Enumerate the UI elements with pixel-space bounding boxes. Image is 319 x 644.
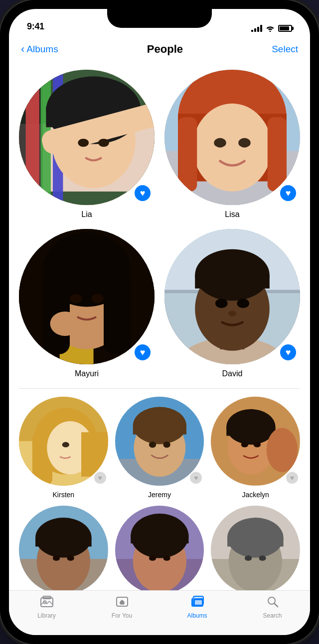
tab-search-label: Search	[263, 612, 282, 619]
avatar-wrapper-lisa: ♥	[164, 70, 300, 205]
heart-icon-kirsten: ♥	[98, 474, 102, 482]
svg-point-31	[92, 294, 104, 304]
svg-point-80	[149, 555, 156, 561]
heart-icon-jeremy: ♥	[194, 474, 198, 482]
status-time: 9:41	[27, 21, 44, 32]
heart-badge-mayuri[interactable]: ♥	[134, 343, 152, 361]
avatar-kirsten	[19, 397, 108, 486]
tab-for-you-label: For You	[112, 612, 132, 619]
phone-screen: 9:41 ‹	[9, 9, 310, 635]
avatar-wrapper-jackelyn: ♥	[211, 397, 300, 486]
svg-line-99	[274, 604, 278, 607]
battery-icon	[278, 25, 292, 32]
avatar-wrapper-bottom1	[19, 506, 108, 590]
heart-badge-jeremy[interactable]: ♥	[189, 471, 203, 485]
person-card-lisa[interactable]: ♥ Lisa	[164, 70, 300, 219]
avatar-wrapper-david: ♥	[164, 229, 300, 364]
signal-icon	[251, 25, 262, 32]
svg-point-69	[53, 555, 60, 561]
person-name-david: David	[222, 369, 243, 378]
avatar-mayuri	[19, 229, 155, 364]
svg-point-0	[270, 31, 271, 32]
svg-point-42	[228, 311, 236, 317]
heart-icon-mayuri: ♥	[140, 347, 146, 358]
tab-search[interactable]: Search	[253, 596, 293, 619]
person-card-bottom3[interactable]	[211, 506, 300, 590]
avatar-wrapper-jeremy: ♥	[115, 397, 204, 486]
heart-badge-lisa[interactable]: ♥	[279, 184, 297, 202]
person-card-bottom2[interactable]	[115, 506, 204, 590]
person-name-lisa: Lisa	[225, 210, 239, 219]
svg-point-12	[98, 139, 109, 147]
avatar-lisa	[164, 70, 300, 205]
page-title: People	[147, 43, 183, 56]
svg-point-61	[267, 428, 298, 472]
person-card-jeremy[interactable]: ♥ Jeremy	[115, 397, 204, 499]
svg-point-62	[241, 442, 248, 447]
person-name-jeremy: Jeremy	[148, 491, 171, 499]
svg-rect-28	[104, 266, 131, 354]
svg-point-70	[67, 555, 74, 561]
search-icon	[267, 596, 279, 610]
avatar-wrapper-lia: ♥	[19, 70, 155, 205]
svg-rect-86	[227, 537, 284, 546]
person-card-david[interactable]: ♥ David	[164, 229, 300, 378]
heart-icon-lia: ♥	[140, 188, 146, 199]
svg-point-41	[237, 299, 249, 308]
heart-icon-david: ♥	[286, 347, 291, 358]
person-name-mayuri: Mayuri	[75, 369, 99, 378]
svg-point-59	[227, 409, 276, 444]
person-card-mayuri[interactable]: ♥ Mayuri	[19, 229, 155, 378]
svg-rect-68	[35, 537, 92, 546]
avatar-wrapper-kirsten: ♥	[19, 397, 108, 486]
person-card-jackelyn[interactable]: ♥ Jackelyn	[211, 397, 300, 499]
svg-point-30	[70, 294, 82, 304]
library-icon	[40, 596, 53, 610]
heart-badge-kirsten[interactable]: ♥	[93, 471, 107, 485]
person-card-lia[interactable]: ♥ Lia	[19, 70, 155, 219]
select-button[interactable]: Select	[272, 44, 298, 55]
phone-frame: 9:41 ‹	[0, 0, 319, 644]
avatar-wrapper-mayuri: ♥	[19, 229, 155, 364]
avatar-wrapper-bottom3	[211, 506, 300, 590]
tab-albums-label: Albums	[187, 612, 207, 619]
person-name-jackelyn: Jackelyn	[242, 491, 269, 499]
tab-albums[interactable]: Albums	[177, 596, 217, 619]
heart-badge-jackelyn[interactable]: ♥	[285, 471, 299, 485]
svg-point-56	[163, 441, 170, 448]
person-name-kirsten: Kirsten	[53, 491, 75, 499]
svg-point-17	[193, 104, 272, 192]
svg-rect-39	[195, 275, 270, 288]
back-label: Albums	[26, 44, 58, 55]
person-name-lia: Lia	[81, 210, 92, 219]
tab-for-you[interactable]: For You	[102, 596, 142, 619]
avatar-wrapper-bottom2	[115, 506, 204, 590]
heart-badge-david[interactable]: ♥	[279, 343, 297, 361]
back-button[interactable]: ‹ Albums	[21, 44, 58, 55]
person-card-kirsten[interactable]: ♥ Kirsten	[19, 397, 108, 499]
svg-point-63	[254, 442, 261, 447]
heart-icon-lisa: ♥	[286, 188, 291, 199]
heart-badge-lia[interactable]: ♥	[134, 184, 152, 202]
svg-point-29	[50, 312, 80, 336]
svg-rect-18	[178, 117, 197, 192]
wifi-icon	[266, 25, 275, 32]
svg-point-81	[163, 555, 170, 561]
content-area: ♥ Lia	[9, 64, 310, 590]
tab-library-label: Library	[37, 612, 56, 619]
other-people-grid: ♥ Kirsten	[19, 397, 300, 590]
avatar-bottom3	[211, 506, 300, 590]
featured-people-grid: ♥ Lia	[19, 70, 300, 378]
person-card-bottom1[interactable]	[19, 506, 108, 590]
svg-rect-27	[43, 266, 70, 354]
svg-point-21	[238, 138, 250, 147]
svg-point-88	[259, 555, 266, 561]
notch	[107, 9, 212, 28]
chevron-left-icon: ‹	[21, 44, 24, 55]
svg-rect-54	[133, 426, 186, 434]
svg-rect-4	[26, 70, 39, 205]
tab-library[interactable]: Library	[27, 596, 67, 619]
svg-point-11	[78, 139, 89, 147]
svg-rect-19	[268, 117, 287, 192]
tab-bar: Library For You	[9, 590, 310, 635]
